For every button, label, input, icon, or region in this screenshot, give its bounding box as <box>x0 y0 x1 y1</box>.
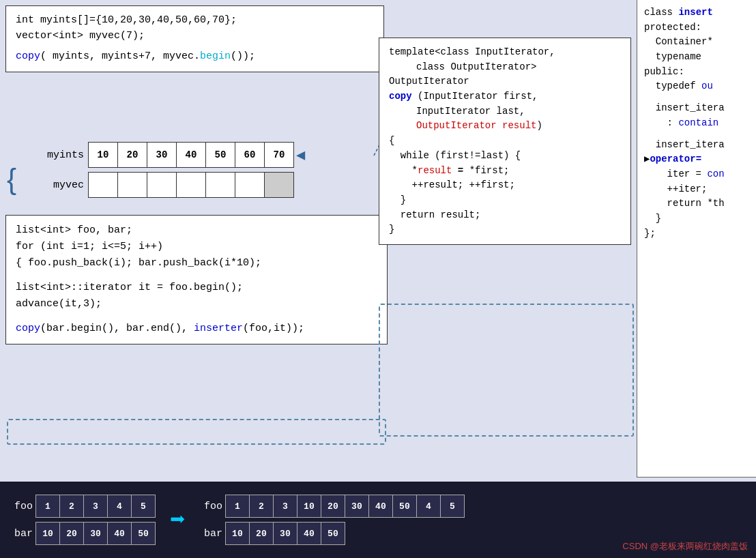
right-foo-2: 2 <box>249 495 274 518</box>
right-bar-10: 10 <box>225 522 250 545</box>
array-arrow-right: ◀ <box>296 146 305 164</box>
output-iterator-param: OutputIterator result <box>416 120 536 131</box>
left-foo-3: 3 <box>83 495 108 518</box>
right-bar-50: 50 <box>321 522 345 545</box>
myvec-cell-1 <box>117 172 147 198</box>
code-line-2: vector<int> myvec(7); <box>16 29 374 44</box>
right-foo-50: 50 <box>392 495 417 518</box>
curly-brace-arrow: { <box>7 162 16 196</box>
myvec-label: myvec <box>44 179 84 191</box>
right-arrays: foo 1 2 3 10 20 30 40 50 4 5 bar 10 20 3… <box>201 495 464 545</box>
right-bar-20: 20 <box>249 522 274 545</box>
bcode-line-2: for (int i=1; i<=5; i++) <box>16 239 377 255</box>
myints-cell-6: 70 <box>264 142 294 168</box>
bottom-code-box: list<int> foo, bar; for (int i=1; i<=5; … <box>5 215 388 344</box>
bcode-line-5: list<int>::iterator it = foo.begin(); <box>16 280 377 296</box>
right-foo-1: 1 <box>225 495 250 518</box>
myints-cell-3: 40 <box>176 142 206 168</box>
left-arrays: foo 1 2 3 4 5 bar 10 20 30 40 50 <box>11 495 155 545</box>
copy-keyword: copy <box>16 50 40 62</box>
myints-cell-2: 30 <box>147 142 177 168</box>
csdn-watermark: CSDN @老板来两碗红烧肉盖饭 <box>622 540 748 553</box>
dashed-box-template <box>379 304 634 437</box>
myints-array-row: myints 10 20 30 40 50 60 70 ◀ <box>44 142 305 168</box>
left-foo-2: 2 <box>59 495 84 518</box>
myvec-cell-3 <box>176 172 206 198</box>
bcode-line-1: list<int> foo, bar; <box>16 222 377 239</box>
myints-cell-5: 60 <box>235 142 265 168</box>
result-ref: result <box>418 165 452 176</box>
inserter-call: inserter <box>194 323 243 334</box>
left-bar-50: 50 <box>131 522 156 545</box>
left-foo-4: 4 <box>107 495 132 518</box>
cyan-arrow-icon: ➡ <box>170 504 186 535</box>
right-bar-40: 40 <box>297 522 321 545</box>
myvec-array-row: myvec <box>44 172 293 198</box>
left-foo-5: 5 <box>131 495 156 518</box>
right-foo-40: 40 <box>368 495 393 518</box>
right-bar-row: bar 10 20 30 40 50 <box>201 522 464 545</box>
contain-ref: contain <box>678 117 718 128</box>
right-foo-5: 5 <box>440 495 465 518</box>
left-bar-20: 20 <box>59 522 84 545</box>
template-box: template<class InputIterator, class Outp… <box>379 38 631 245</box>
left-foo-1: 1 <box>35 495 60 518</box>
copy-template-name: copy <box>389 91 412 102</box>
bcode-line-8: copy(bar.begin(), bar.end(), inserter(fo… <box>16 321 377 337</box>
operator-label: ▶operator= <box>644 153 701 164</box>
right-foo-30: 30 <box>345 495 369 518</box>
left-bar-label: bar <box>11 528 33 540</box>
right-foo-3: 3 <box>273 495 297 518</box>
myvec-cell-4 <box>205 172 235 198</box>
begin-method: begin <box>200 50 231 62</box>
main-container: int myints[]={10,20,30,40,50,60,70}; vec… <box>0 0 756 558</box>
right-bar-label: bar <box>201 528 222 540</box>
left-bar-10: 10 <box>35 522 60 545</box>
myints-cell-4: 50 <box>205 142 235 168</box>
bcode-line-3: { foo.push_back(i); bar.push_back(i*10); <box>16 255 377 271</box>
top-code-box: int myints[]={10,20,30,40,50,60,70}; vec… <box>5 5 384 72</box>
right-foo-10: 10 <box>297 495 321 518</box>
myints-cell-0: 10 <box>88 142 118 168</box>
left-foo-row: foo 1 2 3 4 5 <box>11 495 155 518</box>
dashed-box-copy <box>7 419 386 445</box>
myvec-cell-5 <box>235 172 265 198</box>
right-foo-label: foo <box>201 501 222 512</box>
right-bar-30: 30 <box>273 522 297 545</box>
myvec-cell-2 <box>147 172 177 198</box>
code-line-3: copy( myints, myints+7, myvec.begin()); <box>16 49 374 65</box>
myvec-cell-0 <box>88 172 118 198</box>
bottom-section: foo 1 2 3 4 5 bar 10 20 30 40 50 ➡ f <box>0 482 756 558</box>
copy-call: copy <box>16 323 40 334</box>
bcode-line-6: advance(it,3); <box>16 296 377 312</box>
left-foo-label: foo <box>11 501 33 512</box>
myints-label: myints <box>44 149 84 161</box>
code-line-1: int myints[]={10,20,30,40,50,60,70}; <box>16 13 374 29</box>
left-bar-row: bar 10 20 30 40 50 <box>11 522 155 545</box>
right-foo-4: 4 <box>416 495 441 518</box>
right-panel: class insert protected: Container* typen… <box>637 0 756 478</box>
left-bar-40: 40 <box>107 522 132 545</box>
right-foo-row: foo 1 2 3 10 20 30 40 50 4 5 <box>201 495 464 518</box>
left-bar-30: 30 <box>83 522 108 545</box>
right-foo-20: 20 <box>321 495 345 518</box>
myvec-cell-6 <box>264 172 294 198</box>
myints-cell-1: 20 <box>117 142 147 168</box>
